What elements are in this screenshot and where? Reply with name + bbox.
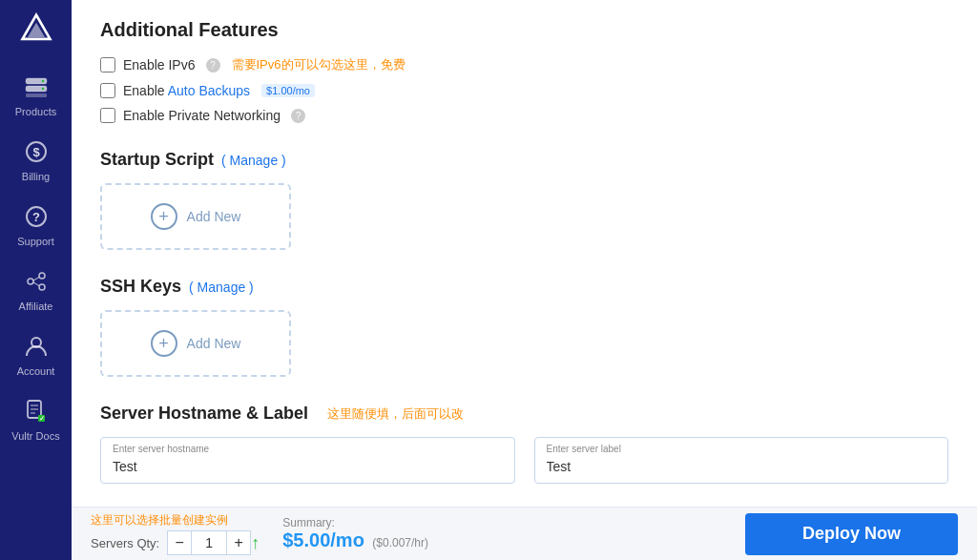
sidebar-item-billing[interactable]: $ Billing — [0, 127, 72, 192]
sidebar-item-vultr-docs-label: Vultr Docs — [11, 430, 59, 442]
enable-ipv6-label: Enable IPv6 — [123, 57, 196, 73]
hostname-title-row: Server Hostname & Label 这里随便填，后面可以改 — [100, 404, 948, 424]
sidebar-item-support-label: Support — [17, 236, 54, 247]
ipv6-row: Enable IPv6 ? 需要IPv6的可以勾选这里，免费 — [100, 56, 948, 73]
sidebar: Products $ Billing ? Support — [0, 0, 72, 560]
support-icon: ? — [21, 201, 52, 232]
enable-backups-checkbox[interactable] — [100, 83, 115, 98]
ipv6-help-icon[interactable]: ? — [206, 58, 220, 73]
bottom-bar: 这里可以选择批量创建实例 Servers Qty: − 1 + ↑ Summar… — [72, 507, 977, 560]
svg-line-14 — [33, 278, 39, 281]
startup-script-heading: Startup Script — [100, 150, 214, 170]
servers-qty-container: 这里可以选择批量创建实例 Servers Qty: − 1 + ↑ — [91, 512, 260, 555]
svg-text:✓: ✓ — [38, 415, 44, 422]
servers-qty: Servers Qty: − 1 + ↑ — [91, 530, 260, 555]
sidebar-item-account[interactable]: Account — [0, 321, 72, 386]
servers-qty-label: Servers Qty: — [91, 536, 159, 550]
summary: Summary: $5.00/mo ($0.007/hr) — [282, 516, 428, 551]
svg-rect-6 — [26, 93, 47, 97]
hostname-input-group: Enter server hostname — [100, 437, 515, 484]
startup-script-add-label: Add New — [187, 209, 241, 224]
startup-script-add-card[interactable]: + Add New — [100, 183, 291, 250]
svg-line-15 — [33, 282, 39, 286]
billing-icon: $ — [21, 136, 52, 167]
enable-private-networking-checkbox[interactable] — [100, 108, 115, 123]
ssh-keys-manage-link[interactable]: Manage — [189, 280, 254, 295]
enable-ipv6-checkbox[interactable] — [100, 57, 115, 73]
svg-text:?: ? — [32, 210, 40, 224]
section-title: Additional Features — [100, 19, 948, 41]
svg-point-12 — [39, 273, 45, 279]
svg-point-13 — [39, 284, 45, 290]
ssh-keys-add-label: Add New — [187, 336, 241, 351]
ssh-keys-add-card[interactable]: + Add New — [100, 310, 291, 377]
deploy-now-button[interactable]: Deploy Now — [745, 513, 958, 555]
account-icon — [21, 331, 52, 362]
backups-badge: $1.00/mo — [261, 84, 315, 97]
sidebar-logo — [17, 10, 55, 48]
hostname-annotation: 这里随便填，后面可以改 — [327, 405, 464, 423]
startup-script-title-row: Startup Script Manage — [100, 150, 948, 170]
server-icon — [21, 72, 52, 102]
startup-script-section: Startup Script Manage + Add New — [100, 150, 948, 250]
docs-icon: ✓ — [21, 396, 52, 426]
qty-decrement-button[interactable]: − — [167, 530, 192, 555]
affiliate-icon — [21, 266, 52, 297]
sidebar-item-account-label: Account — [17, 365, 55, 377]
startup-script-plus-icon: + — [151, 203, 177, 230]
main-content: Additional Features Enable IPv6 ? 需要IPv6… — [72, 0, 977, 560]
startup-script-manage-link[interactable]: Manage — [221, 153, 286, 168]
svg-point-5 — [41, 88, 43, 90]
sidebar-item-vultr-docs[interactable]: ✓ Vultr Docs — [0, 386, 72, 451]
svg-point-4 — [41, 80, 43, 82]
ssh-keys-heading: SSH Keys — [100, 277, 181, 297]
summary-price-per-hour: ($0.007/hr) — [372, 536, 428, 550]
sidebar-item-affiliate[interactable]: Affiliate — [0, 257, 72, 321]
private-networking-row: Enable Private Networking ? — [100, 108, 948, 123]
hostname-field-label: Enter server hostname — [113, 444, 209, 454]
sidebar-item-products-label: Products — [15, 106, 56, 117]
summary-label: Summary: — [282, 516, 428, 529]
qty-increment-button[interactable]: + — [226, 530, 251, 555]
sidebar-item-affiliate-label: Affiliate — [19, 301, 53, 312]
enable-backups-label: Enable Auto Backups — [123, 83, 250, 98]
summary-price: $5.00/mo — [282, 529, 364, 550]
enable-private-networking-label: Enable Private Networking — [123, 108, 281, 123]
private-networking-help-icon[interactable]: ? — [291, 109, 305, 123]
batch-create-annotation: 这里可以选择批量创建实例 — [91, 512, 260, 529]
sidebar-item-products[interactable]: Products — [0, 62, 72, 127]
server-label-input-group: Enter server label — [534, 437, 949, 484]
additional-features: Enable IPv6 ? 需要IPv6的可以勾选这里，免费 Enable Au… — [100, 56, 948, 123]
hostname-heading: Server Hostname & Label — [100, 404, 308, 424]
ipv6-annotation: 需要IPv6的可以勾选这里，免费 — [232, 56, 405, 73]
auto-backups-link[interactable]: Auto Backups — [168, 83, 250, 98]
backups-row: Enable Auto Backups $1.00/mo — [100, 83, 948, 98]
server-label-field-label: Enter server label — [547, 444, 621, 454]
hostname-section: Server Hostname & Label 这里随便填，后面可以改 Ente… — [100, 404, 948, 484]
summary-price-row: $5.00/mo ($0.007/hr) — [282, 529, 428, 551]
svg-text:$: $ — [32, 145, 40, 159]
ssh-keys-plus-icon: + — [151, 330, 177, 357]
green-arrow-icon: ↑ — [251, 533, 260, 553]
hostname-inputs: Enter server hostname Enter server label — [100, 437, 948, 484]
qty-value: 1 — [192, 530, 226, 555]
ssh-keys-title-row: SSH Keys Manage — [100, 277, 948, 297]
sidebar-item-billing-label: Billing — [22, 171, 50, 182]
ssh-keys-section: SSH Keys Manage + Add New — [100, 277, 948, 377]
sidebar-item-support[interactable]: ? Support — [0, 192, 72, 257]
svg-point-11 — [28, 279, 33, 284]
